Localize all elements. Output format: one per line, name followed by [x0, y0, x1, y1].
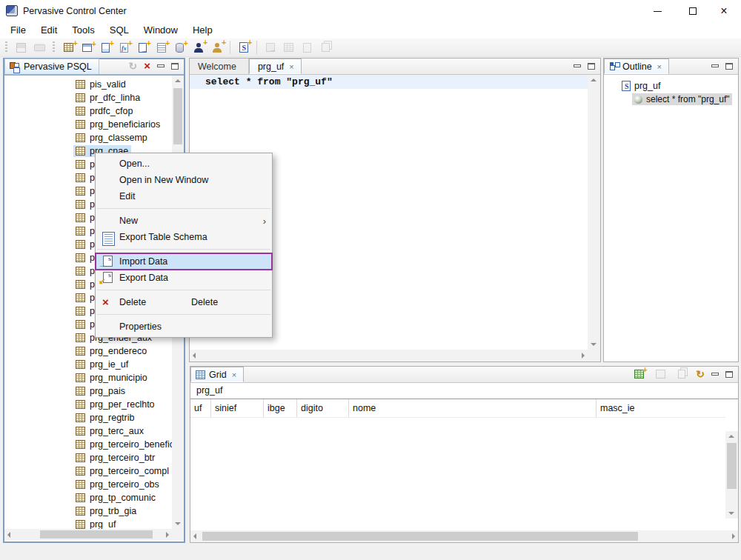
tree-item[interactable]: prg_trb_gia	[4, 504, 172, 518]
doc-stack-icon[interactable]	[316, 39, 335, 56]
context-menu-item[interactable]: Export Table Schema	[96, 229, 272, 245]
context-menu-item[interactable]: Delete Delete	[96, 294, 272, 310]
grid-column-header[interactable]: sinief	[211, 399, 264, 417]
tab-close-icon[interactable]: ×	[289, 62, 293, 71]
tree-horizontal-scrollbar[interactable]	[4, 529, 172, 540]
copy-record-button[interactable]	[674, 367, 689, 381]
scroll-up-icon[interactable]	[175, 79, 181, 82]
menu-item[interactable]: Help	[185, 22, 220, 39]
tab-close-icon[interactable]: ×	[657, 62, 662, 71]
export-table-icon[interactable]	[279, 39, 298, 56]
toolbar-button[interactable]	[51, 41, 57, 53]
context-menu-item[interactable]	[97, 249, 270, 250]
export-doc-icon[interactable]	[261, 39, 279, 56]
context-menu-item[interactable]	[97, 314, 270, 315]
grid-column-header[interactable]: masc_ie	[597, 399, 725, 417]
tree-item[interactable]: prg_regtrib	[4, 411, 172, 424]
tree-item[interactable]: prg_uf	[4, 518, 172, 529]
refresh-icon[interactable]: ↻	[129, 61, 138, 71]
scroll-down-icon[interactable]	[591, 343, 597, 346]
grid-horizontal-scrollbar[interactable]	[190, 530, 738, 542]
tree-item[interactable]: prg_per_reclhto	[4, 398, 172, 411]
grid-column-header[interactable]: uf	[190, 399, 211, 417]
editor-vertical-scrollbar[interactable]	[588, 75, 600, 350]
panel-minimize-button[interactable]	[711, 373, 719, 376]
grid-vertical-scrollbar[interactable]	[725, 431, 738, 519]
new-script-icon[interactable]	[96, 39, 115, 56]
insert-record-button[interactable]	[631, 367, 646, 381]
panel-maximize-button[interactable]	[588, 63, 595, 70]
context-menu-item[interactable]: Open in New Window	[96, 172, 272, 188]
scroll-down-icon[interactable]	[175, 522, 181, 525]
tree-item[interactable]: prg_terceiro_benefic	[4, 438, 172, 451]
editor-horizontal-scrollbar[interactable]	[190, 350, 588, 361]
scroll-down-icon[interactable]	[728, 512, 734, 515]
tree-item[interactable]: prg_endereco	[4, 344, 172, 358]
panel-minimize-button[interactable]	[574, 64, 581, 67]
grid-column-header[interactable]: digito	[297, 399, 349, 417]
window-minimize-button[interactable]	[642, 0, 673, 22]
new-database-icon[interactable]	[170, 39, 189, 56]
tree-item[interactable]: prg_ie_uf	[4, 358, 172, 371]
context-menu-item[interactable]: Import Data	[96, 253, 272, 270]
tab-close-icon[interactable]: ×	[232, 370, 236, 379]
tree-item[interactable]: prg_tp_comunic	[4, 491, 172, 504]
scroll-up-icon[interactable]	[728, 435, 734, 438]
scrollbar-thumb[interactable]	[727, 443, 737, 489]
menu-item[interactable]: SQL	[102, 22, 136, 39]
context-menu-item[interactable]	[97, 208, 270, 209]
new-user-icon[interactable]	[189, 39, 207, 56]
tree-item[interactable]: prdfc_cfop	[4, 104, 172, 118]
panel-maximize-button[interactable]	[725, 63, 733, 70]
new-procedure-icon[interactable]	[133, 39, 152, 56]
toolbar-button[interactable]	[4, 41, 10, 53]
panel-minimize-button[interactable]	[157, 64, 165, 67]
toolbar-button[interactable]	[256, 41, 257, 54]
tab-grid[interactable]: Grid ×	[190, 367, 244, 382]
tree-item[interactable]: prg_municipio	[4, 371, 172, 384]
toolbar-button[interactable]	[230, 41, 230, 54]
delete-icon[interactable]: ×	[144, 61, 150, 71]
context-menu-item[interactable]: Edit	[96, 188, 272, 204]
context-menu-item[interactable]: Properties	[96, 319, 272, 335]
window-close-button[interactable]: ×	[708, 0, 740, 22]
window-maximize-button[interactable]	[677, 0, 708, 22]
print-icon[interactable]	[30, 39, 49, 56]
tab-outline[interactable]: Outline ×	[604, 59, 669, 74]
save-icon[interactable]	[12, 39, 30, 56]
scroll-right-icon[interactable]	[582, 353, 585, 359]
menu-item[interactable]: Tools	[64, 22, 102, 39]
scroll-up-icon[interactable]	[591, 79, 597, 81]
panel-minimize-button[interactable]	[711, 64, 719, 67]
tab-pervasive-psql[interactable]: Pervasive PSQL	[4, 59, 99, 74]
context-menu-item[interactable]	[97, 290, 270, 290]
tree-item[interactable]: pr_dfc_linha	[4, 91, 172, 104]
menu-item[interactable]: Window	[136, 22, 185, 39]
panel-maximize-button[interactable]	[725, 371, 733, 378]
scroll-right-icon[interactable]	[166, 532, 169, 538]
result-grid[interactable]: ufsiniefibgedigitonomemasc_ie	[190, 399, 738, 530]
new-sql-icon[interactable]	[234, 39, 253, 56]
tree-item[interactable]: prg_pais	[4, 384, 172, 398]
outline-statement-node[interactable]: select * from "prg_uf"	[604, 93, 738, 106]
editor-tab[interactable]: prg_uf ×	[249, 59, 302, 74]
scrollbar-thumb[interactable]	[40, 530, 153, 539]
tree-item[interactable]: prg_terceiro_obs	[4, 478, 172, 491]
context-menu-item[interactable]: Export Data	[96, 270, 272, 286]
new-group-icon[interactable]	[207, 39, 226, 56]
scroll-right-icon[interactable]	[732, 533, 735, 539]
new-function-icon[interactable]	[115, 39, 133, 56]
grid-column-header[interactable]: ibge	[264, 399, 297, 417]
grid-column-header[interactable]: nome	[349, 399, 597, 417]
new-view-icon[interactable]	[78, 39, 96, 56]
tree-item[interactable]: prg_terc_aux	[4, 424, 172, 438]
scroll-left-icon[interactable]	[193, 533, 196, 539]
refresh-grid-icon[interactable]: ↻	[696, 369, 705, 379]
tree-item[interactable]: prg_terceiro_compl	[4, 464, 172, 478]
context-menu-item[interactable]: Open...	[96, 156, 272, 172]
editor-tab[interactable]: Welcome	[190, 59, 249, 74]
new-table-icon[interactable]	[59, 39, 78, 56]
panel-maximize-button[interactable]	[171, 63, 179, 70]
scroll-left-icon[interactable]	[193, 353, 196, 359]
edit-record-button[interactable]	[653, 367, 668, 381]
